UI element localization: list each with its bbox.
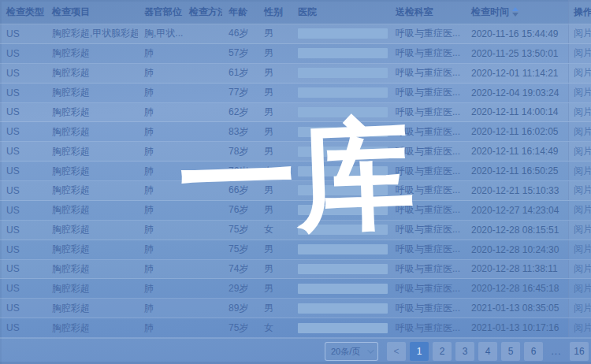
table-row: US 胸腔彩超 肺 83岁 男 呼吸与重症医... 2020-12-11 16:… xyxy=(0,122,591,142)
cell-department: 呼吸与重症医... xyxy=(389,44,465,63)
cell-hospital xyxy=(292,318,389,337)
cell-exam-time: 2020-12-01 11:14:21 xyxy=(465,64,568,83)
page-button-16[interactable]: 16 xyxy=(570,342,589,361)
cell-hospital xyxy=(292,201,389,220)
cell-exam-type: US xyxy=(0,103,46,122)
page-button-6[interactable]: 6 xyxy=(524,342,543,361)
cell-age: 61岁 xyxy=(222,64,258,83)
cell-department: 呼吸与重症医... xyxy=(389,279,465,298)
view-images-link[interactable]: 阅片 xyxy=(574,321,591,335)
cell-organ: 肺 xyxy=(138,221,183,240)
cell-organ: 肺 xyxy=(138,279,183,298)
cell-hospital xyxy=(292,84,389,102)
view-images-link[interactable]: 阅片 xyxy=(574,106,591,119)
page-button-4[interactable]: 4 xyxy=(478,342,497,361)
cell-exam-type: US xyxy=(0,221,46,240)
view-images-link[interactable]: 阅片 xyxy=(574,66,591,80)
hospital-redacted-bar xyxy=(298,48,388,58)
table-row: US 胸腔彩超 肺 61岁 男 呼吸与重症医... 2020-12-01 11:… xyxy=(0,64,591,84)
cell-action: 阅片 xyxy=(568,240,591,259)
view-images-link[interactable]: 阅片 xyxy=(574,223,591,236)
hospital-redacted-bar xyxy=(298,303,388,314)
page-ellipsis[interactable]: ... xyxy=(547,342,566,361)
cell-exam-item: 胸腔彩超 xyxy=(46,103,138,122)
cell-method xyxy=(183,162,222,180)
cell-gender: 男 xyxy=(258,44,292,63)
table-row: US 胸腔彩超 肺 62岁 男 呼吸与重症医... 2020-12-11 14:… xyxy=(0,103,591,123)
col-header-exam-time[interactable]: 检查时间 xyxy=(465,0,568,24)
view-images-link[interactable]: 阅片 xyxy=(574,46,591,60)
cell-organ: 肺 xyxy=(138,318,183,337)
page-button-5[interactable]: 5 xyxy=(501,342,520,361)
cell-action: 阅片 xyxy=(568,162,591,180)
page-size-select[interactable]: 20条/页 xyxy=(325,342,378,361)
view-images-link[interactable]: 阅片 xyxy=(574,86,591,99)
cell-hospital xyxy=(292,260,389,279)
cell-exam-time: 2020-12-11 16:50:25 xyxy=(465,162,568,180)
sort-descending-icon[interactable] xyxy=(512,13,519,17)
cell-exam-time: 2020-11-25 13:50:01 xyxy=(465,44,568,63)
view-images-link[interactable]: 阅片 xyxy=(574,27,591,40)
cell-department: 呼吸与重症医... xyxy=(389,122,465,141)
cell-age: 62岁 xyxy=(222,103,258,122)
view-images-link[interactable]: 阅片 xyxy=(574,243,591,256)
cell-gender: 女 xyxy=(258,318,292,337)
cell-department: 呼吸与重症医... xyxy=(389,181,465,200)
view-images-link[interactable]: 阅片 xyxy=(574,203,591,217)
cell-organ: 肺 xyxy=(138,260,183,279)
cell-exam-time: 2020-12-28 16:45:18 xyxy=(465,279,568,298)
cell-method xyxy=(183,44,222,63)
cell-method xyxy=(183,181,222,200)
cell-exam-type: US xyxy=(0,64,46,83)
hospital-redacted-bar xyxy=(298,127,388,137)
view-images-link[interactable]: 阅片 xyxy=(574,165,591,178)
cell-exam-time: 2020-12-11 16:02:05 xyxy=(465,122,568,141)
page-button-3[interactable]: 3 xyxy=(455,342,474,361)
sort-carets[interactable] xyxy=(512,7,519,17)
cell-department: 呼吸与重症医... xyxy=(389,260,465,279)
cell-exam-type: US xyxy=(0,24,46,43)
cell-exam-type: US xyxy=(0,181,46,200)
view-images-link[interactable]: 阅片 xyxy=(574,282,591,295)
cell-exam-type: US xyxy=(0,44,46,63)
view-images-link[interactable]: 阅片 xyxy=(574,302,591,315)
cell-exam-type: US xyxy=(0,299,46,318)
hospital-redacted-bar xyxy=(298,166,388,176)
cell-exam-type: US xyxy=(0,240,46,259)
cell-exam-item: 胸腔彩超 xyxy=(46,64,138,83)
hospital-redacted-bar xyxy=(298,264,388,274)
view-images-link[interactable]: 阅片 xyxy=(574,145,591,158)
cell-exam-item: 胸腔彩超 xyxy=(46,260,138,279)
cell-method xyxy=(183,240,222,259)
cell-gender: 男 xyxy=(258,299,292,318)
cell-action: 阅片 xyxy=(568,64,591,83)
page-button-1[interactable]: 1 xyxy=(410,342,429,361)
view-images-link[interactable]: 阅片 xyxy=(574,262,591,276)
col-header-department: 送检科室 xyxy=(389,0,465,24)
hospital-redacted-bar xyxy=(298,323,388,333)
hospital-redacted-bar xyxy=(298,284,388,294)
table-header: 检查类型 检查项目 器官部位 检查方法 年龄 性别 医院 送检科室 检查时间 操… xyxy=(0,0,591,24)
cell-exam-type: US xyxy=(0,142,46,161)
cell-exam-type: US xyxy=(0,84,46,102)
prev-page-button[interactable]: < xyxy=(387,342,406,361)
cell-organ: 肺 xyxy=(138,162,183,180)
cell-exam-item: 胸腔彩超 xyxy=(46,142,138,161)
cell-gender: 男 xyxy=(258,201,292,220)
table-row: US 胸腔彩超 肺 77岁 男 呼吸与重症医... 2020-12-04 19:… xyxy=(0,84,591,103)
page-button-2[interactable]: 2 xyxy=(433,342,452,361)
sort-ascending-icon[interactable] xyxy=(512,7,519,11)
cell-exam-time: 2020-12-28 08:15:51 xyxy=(465,221,568,240)
cell-exam-time: 2020-12-11 16:14:49 xyxy=(465,142,568,161)
cell-exam-item: 胸腔彩超 xyxy=(46,162,138,180)
cell-hospital xyxy=(292,240,389,259)
table-row: US 胸腔彩超 肺 57岁 男 呼吸与重症医... 2020-11-25 13:… xyxy=(0,44,591,64)
cell-gender: 女 xyxy=(258,162,292,180)
cell-exam-item: 胸腔彩超 xyxy=(46,221,138,240)
view-images-link[interactable]: 阅片 xyxy=(574,184,591,197)
cell-method xyxy=(183,279,222,298)
cell-age: 75岁 xyxy=(222,318,258,337)
cell-exam-item: 胸腔彩超 xyxy=(46,122,138,141)
col-header-exam-type: 检查类型 xyxy=(0,0,46,24)
view-images-link[interactable]: 阅片 xyxy=(574,125,591,139)
